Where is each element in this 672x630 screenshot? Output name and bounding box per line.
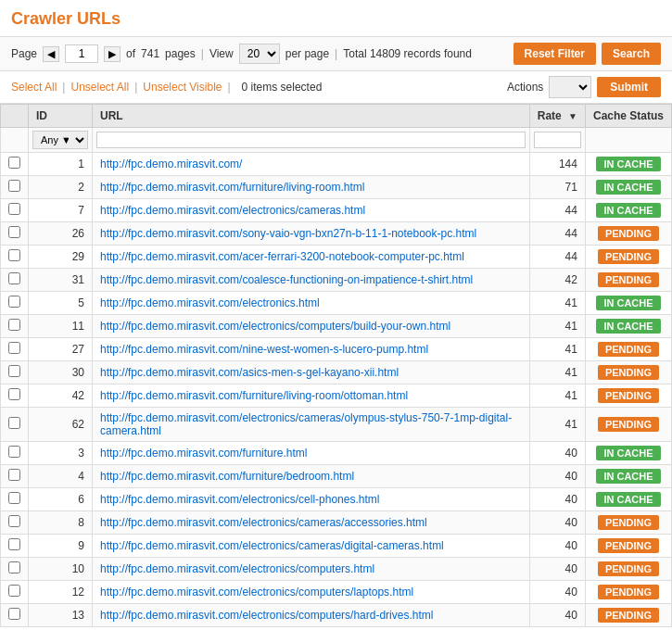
table-row: 26 http://fpc.demo.mirasvit.com/sony-vai…: [1, 222, 672, 246]
row-checkbox[interactable]: [8, 469, 20, 481]
cache-status-badge: PENDING: [598, 272, 659, 287]
select-all-link[interactable]: Select All: [11, 81, 57, 94]
col-header-rate[interactable]: Rate ▼: [529, 105, 585, 128]
actions-select[interactable]: [549, 76, 591, 98]
row-url-link[interactable]: http://fpc.demo.mirasvit.com/nine-west-w…: [100, 343, 428, 356]
row-url[interactable]: http://fpc.demo.mirasvit.com/electronics…: [93, 488, 530, 511]
separator2: |: [335, 47, 337, 60]
row-checkbox[interactable]: [8, 446, 20, 458]
row-checkbox[interactable]: [8, 157, 20, 169]
unselect-visible-link[interactable]: Unselect Visible: [143, 81, 222, 94]
col-header-check: [1, 105, 29, 128]
filter-any-select[interactable]: Any ▼: [32, 131, 88, 149]
row-url[interactable]: http://fpc.demo.mirasvit.com/electronics…: [93, 535, 530, 558]
selection-bar: Select All | Unselect All | Unselect Vis…: [0, 71, 672, 104]
row-url[interactable]: http://fpc.demo.mirasvit.com/: [93, 153, 530, 176]
filter-id-input[interactable]: [96, 132, 526, 148]
row-checkbox[interactable]: [8, 388, 20, 400]
row-rate: 40: [529, 558, 585, 581]
row-checkbox[interactable]: [8, 365, 20, 377]
row-url[interactable]: http://fpc.demo.mirasvit.com/furniture/l…: [93, 176, 530, 199]
row-checkbox[interactable]: [8, 608, 20, 620]
row-url[interactable]: http://fpc.demo.mirasvit.com/electronics…: [93, 604, 530, 627]
row-checkbox[interactable]: [8, 272, 20, 284]
row-url-link[interactable]: http://fpc.demo.mirasvit.com/electronics…: [100, 609, 433, 622]
row-url-link[interactable]: http://fpc.demo.mirasvit.com/electronics…: [100, 516, 427, 529]
cache-status-badge: PENDING: [598, 417, 659, 432]
cache-status-badge: IN CACHE: [596, 492, 660, 507]
submit-button[interactable]: Submit: [597, 77, 661, 97]
row-url-link[interactable]: http://fpc.demo.mirasvit.com/electronics…: [100, 411, 512, 437]
row-url-link[interactable]: http://fpc.demo.mirasvit.com/electronics…: [100, 320, 450, 333]
row-url[interactable]: http://fpc.demo.mirasvit.com/furniture/l…: [93, 384, 530, 408]
row-url[interactable]: http://fpc.demo.mirasvit.com/nine-west-w…: [93, 338, 530, 361]
row-url[interactable]: http://fpc.demo.mirasvit.com/furniture/b…: [93, 465, 530, 488]
total-records: Total 14809 records found: [343, 47, 472, 60]
row-url-link[interactable]: http://fpc.demo.mirasvit.com/coalesce-fu…: [100, 273, 473, 286]
table-row: 9 http://fpc.demo.mirasvit.com/electroni…: [1, 535, 672, 558]
row-checkbox[interactable]: [8, 296, 20, 308]
row-url-link[interactable]: http://fpc.demo.mirasvit.com/acer-ferrar…: [100, 250, 464, 263]
row-checkbox[interactable]: [8, 492, 20, 504]
row-cache-status: IN CACHE: [585, 465, 671, 488]
row-url-link[interactable]: http://fpc.demo.mirasvit.com/furniture/l…: [100, 389, 408, 402]
row-url-link[interactable]: http://fpc.demo.mirasvit.com/asics-men-s…: [100, 366, 399, 379]
row-cache-status: PENDING: [585, 384, 671, 408]
unselect-all-link[interactable]: Unselect All: [70, 81, 129, 94]
row-url[interactable]: http://fpc.demo.mirasvit.com/asics-men-s…: [93, 361, 530, 384]
row-checkbox[interactable]: [8, 538, 20, 550]
row-rate: 40: [529, 465, 585, 488]
row-cache-status: PENDING: [585, 535, 671, 558]
row-url-link[interactable]: http://fpc.demo.mirasvit.com/electronics…: [100, 296, 320, 309]
row-url[interactable]: http://fpc.demo.mirasvit.com/electronics…: [93, 511, 530, 535]
page-input[interactable]: [65, 44, 98, 63]
row-id: 3: [29, 442, 93, 465]
prev-page-button[interactable]: ◀: [43, 46, 59, 62]
cache-status-badge: PENDING: [598, 388, 659, 403]
row-url[interactable]: http://fpc.demo.mirasvit.com/electronics…: [93, 292, 530, 315]
row-url-link[interactable]: http://fpc.demo.mirasvit.com/furniture.h…: [100, 447, 307, 460]
row-url[interactable]: http://fpc.demo.mirasvit.com/sony-vaio-v…: [93, 222, 530, 246]
row-url[interactable]: http://fpc.demo.mirasvit.com/furniture.h…: [93, 442, 530, 465]
row-url[interactable]: http://fpc.demo.mirasvit.com/electronics…: [93, 315, 530, 338]
next-page-button[interactable]: ▶: [104, 46, 120, 62]
reset-filter-button[interactable]: Reset Filter: [514, 43, 596, 65]
row-url[interactable]: http://fpc.demo.mirasvit.com/coalesce-fu…: [93, 269, 530, 292]
row-url-link[interactable]: http://fpc.demo.mirasvit.com/electronics…: [100, 204, 365, 217]
row-url-link[interactable]: http://fpc.demo.mirasvit.com/electronics…: [100, 586, 413, 598]
row-id: 30: [29, 361, 93, 384]
row-checkbox[interactable]: [8, 319, 20, 331]
view-select[interactable]: 20: [239, 44, 280, 64]
search-button[interactable]: Search: [602, 43, 661, 65]
row-url[interactable]: http://fpc.demo.mirasvit.com/electronics…: [93, 558, 530, 581]
row-checkbox[interactable]: [8, 203, 20, 215]
row-checkbox[interactable]: [8, 585, 20, 597]
row-checkbox[interactable]: [8, 249, 20, 261]
row-checkbox[interactable]: [8, 342, 20, 354]
cache-status-badge: PENDING: [598, 538, 659, 553]
filter-url-input[interactable]: [534, 132, 581, 148]
row-cache-status: IN CACHE: [585, 176, 671, 199]
row-url-link[interactable]: http://fpc.demo.mirasvit.com/sony-vaio-v…: [100, 227, 476, 240]
row-url[interactable]: http://fpc.demo.mirasvit.com/acer-ferrar…: [93, 246, 530, 269]
row-url-link[interactable]: http://fpc.demo.mirasvit.com/furniture/b…: [100, 470, 354, 483]
row-checkbox[interactable]: [8, 515, 20, 527]
row-url-link[interactable]: http://fpc.demo.mirasvit.com/furniture/l…: [100, 181, 364, 194]
row-checkbox[interactable]: [8, 226, 20, 238]
table-row: 8 http://fpc.demo.mirasvit.com/electroni…: [1, 511, 672, 535]
row-cache-status: PENDING: [585, 604, 671, 627]
row-url[interactable]: http://fpc.demo.mirasvit.com/electronics…: [93, 199, 530, 222]
row-checkbox-cell: [1, 465, 29, 488]
row-checkbox[interactable]: [8, 180, 20, 192]
row-url-link[interactable]: http://fpc.demo.mirasvit.com/: [100, 158, 242, 170]
row-url-link[interactable]: http://fpc.demo.mirasvit.com/electronics…: [100, 539, 444, 552]
row-checkbox[interactable]: [8, 417, 20, 429]
row-url-link[interactable]: http://fpc.demo.mirasvit.com/electronics…: [100, 493, 379, 506]
row-url[interactable]: http://fpc.demo.mirasvit.com/electronics…: [93, 408, 530, 442]
row-checkbox[interactable]: [8, 561, 20, 573]
row-url[interactable]: http://fpc.demo.mirasvit.com/electronics…: [93, 581, 530, 604]
row-url-link[interactable]: http://fpc.demo.mirasvit.com/electronics…: [100, 562, 374, 575]
separator1: |: [201, 47, 204, 60]
cache-status-badge: PENDING: [598, 585, 659, 599]
pagination-controls: Page ◀ ▶ of 741 pages | View 20 per page…: [11, 44, 508, 64]
